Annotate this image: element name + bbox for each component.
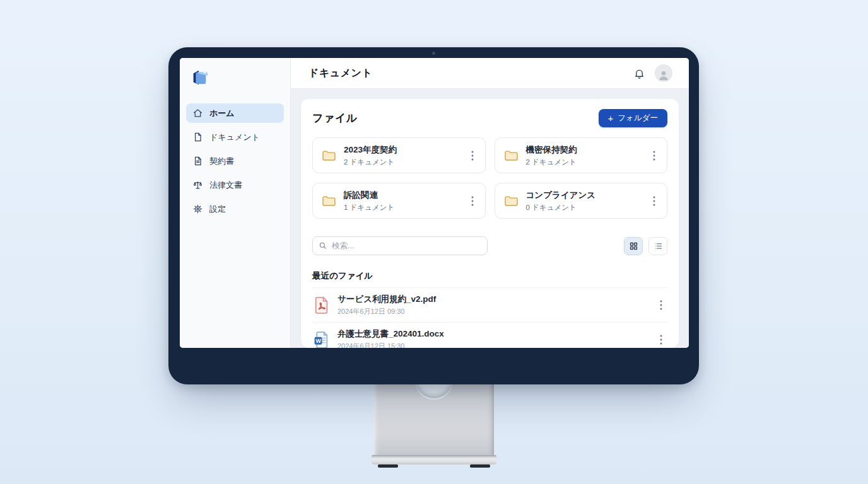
search-icon bbox=[318, 241, 327, 250]
monitor-foot-left bbox=[378, 464, 398, 468]
folder-card[interactable]: コンプライアンス 0 ドキュメント bbox=[495, 183, 668, 219]
legal-scale-icon bbox=[192, 180, 203, 190]
home-icon bbox=[192, 108, 203, 118]
user-avatar[interactable] bbox=[655, 64, 672, 82]
folder-menu-kebab-icon[interactable] bbox=[649, 148, 659, 163]
app-logo-icon bbox=[190, 68, 209, 87]
folder-name: 2023年度契約 bbox=[344, 144, 397, 156]
file-info: 弁護士意見書_202401.docx 2024年6月12日 15:30 bbox=[337, 328, 444, 348]
folder-info: 訴訟関連 1 ドキュメント bbox=[344, 190, 394, 212]
list-view-toggle[interactable] bbox=[648, 237, 667, 255]
folder-menu-kebab-icon[interactable] bbox=[467, 148, 478, 163]
new-folder-button[interactable]: + フォルダー bbox=[599, 109, 667, 127]
file-row[interactable]: W 弁護士意見書_202401.docx 2024年6月12日 15:30 bbox=[312, 322, 667, 348]
header: ドキュメント bbox=[291, 58, 689, 89]
sidebar-item-documents[interactable]: ドキュメント bbox=[186, 127, 284, 147]
search-row bbox=[312, 236, 667, 255]
folder-menu-kebab-icon[interactable] bbox=[467, 193, 478, 209]
monitor-stand-base bbox=[372, 455, 496, 464]
sidebar-item-home[interactable]: ホーム bbox=[186, 103, 284, 123]
folder-card[interactable]: 2023年度契約 2 ドキュメント bbox=[312, 137, 486, 173]
folder-doc-count: 1 ドキュメント bbox=[344, 203, 394, 212]
sidebar-item-label: 法律文書 bbox=[209, 180, 242, 191]
file-meta: 2024年6月12日 09:30 bbox=[337, 307, 436, 316]
content-area: ファイル + フォルダー bbox=[291, 89, 689, 348]
sidebar-item-settings[interactable]: 設定 bbox=[186, 199, 284, 219]
folder-icon bbox=[320, 148, 337, 163]
notifications-bell-icon[interactable] bbox=[633, 67, 645, 79]
folder-icon bbox=[503, 148, 519, 163]
monitor-foot-right bbox=[470, 464, 490, 468]
files-section-title: ファイル bbox=[312, 111, 358, 125]
svg-text:W: W bbox=[315, 338, 321, 344]
header-actions bbox=[633, 64, 672, 82]
document-icon bbox=[192, 132, 203, 142]
monitor-bezel: ホーム ドキュメント bbox=[168, 47, 699, 384]
app-window: ホーム ドキュメント bbox=[180, 58, 689, 348]
recent-files-list: サービス利用規約_v2.pdf 2024年6月12日 09:30 bbox=[312, 287, 667, 348]
sidebar-item-label: ドキュメント bbox=[209, 132, 260, 143]
word-file-icon: W bbox=[314, 331, 329, 349]
folder-info: 機密保持契約 2 ドキュメント bbox=[526, 144, 577, 167]
folder-icon bbox=[503, 193, 519, 209]
view-toggles bbox=[624, 237, 667, 255]
sidebar-item-label: ホーム bbox=[209, 108, 235, 119]
sidebar-item-label: 設定 bbox=[209, 204, 226, 215]
folder-card[interactable]: 機密保持契約 2 ドキュメント bbox=[495, 137, 668, 173]
new-folder-button-label: フォルダー bbox=[618, 113, 658, 124]
files-panel-header: ファイル + フォルダー bbox=[312, 109, 667, 127]
file-name: 弁護士意見書_202401.docx bbox=[337, 328, 444, 340]
plus-icon: + bbox=[608, 113, 614, 123]
folder-name: 訴訟関連 bbox=[344, 190, 394, 201]
webcam-dot bbox=[432, 52, 435, 55]
folder-icon bbox=[320, 193, 337, 209]
file-info: サービス利用規約_v2.pdf 2024年6月12日 09:30 bbox=[337, 294, 436, 316]
folder-name: コンプライアンス bbox=[526, 190, 596, 201]
file-menu-kebab-icon[interactable] bbox=[656, 297, 666, 313]
file-row[interactable]: サービス利用規約_v2.pdf 2024年6月12日 09:30 bbox=[312, 287, 667, 322]
folder-grid: 2023年度契約 2 ドキュメント bbox=[312, 137, 667, 219]
search-box bbox=[312, 236, 488, 255]
sidebar-item-contracts[interactable]: 契約書 bbox=[186, 151, 284, 171]
folder-info: コンプライアンス 0 ドキュメント bbox=[526, 190, 596, 212]
file-menu-kebab-icon[interactable] bbox=[656, 332, 666, 347]
page-title: ドキュメント bbox=[308, 67, 372, 80]
folder-name: 機密保持契約 bbox=[526, 144, 577, 156]
folder-doc-count: 2 ドキュメント bbox=[526, 158, 577, 167]
main-area: ドキュメント bbox=[291, 58, 689, 348]
folder-info: 2023年度契約 2 ドキュメント bbox=[344, 144, 397, 167]
file-meta: 2024年6月12日 15:30 bbox=[337, 342, 444, 348]
pdf-file-icon bbox=[314, 296, 329, 314]
search-input[interactable] bbox=[312, 236, 488, 255]
recent-files-title: 最近のファイル bbox=[312, 270, 667, 287]
folder-card[interactable]: 訴訟関連 1 ドキュメント bbox=[312, 183, 486, 219]
folder-doc-count: 2 ドキュメント bbox=[344, 158, 397, 167]
folder-menu-kebab-icon[interactable] bbox=[649, 193, 659, 209]
grid-view-toggle[interactable] bbox=[624, 237, 643, 255]
contract-file-icon bbox=[192, 156, 203, 166]
monitor-stand-neck bbox=[374, 378, 494, 455]
desktop-background: ホーム ドキュメント bbox=[0, 0, 868, 484]
file-name: サービス利用規約_v2.pdf bbox=[337, 294, 436, 305]
files-panel: ファイル + フォルダー bbox=[301, 99, 679, 348]
settings-gear-icon bbox=[192, 204, 203, 214]
sidebar-item-label: 契約書 bbox=[209, 156, 234, 167]
folder-doc-count: 0 ドキュメント bbox=[526, 203, 596, 212]
sidebar: ホーム ドキュメント bbox=[180, 58, 291, 348]
sidebar-item-legal-docs[interactable]: 法律文書 bbox=[186, 175, 284, 195]
